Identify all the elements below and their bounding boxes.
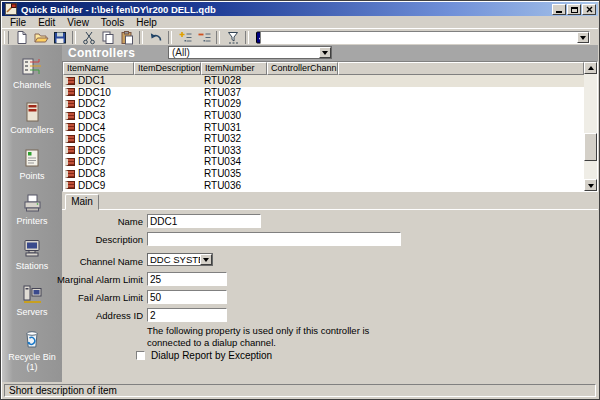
sidebar-item-stations[interactable]: Stations (2, 237, 62, 271)
title-bar[interactable]: Quick Builder - I:\bei fen\DY\r200 DELL.… (2, 2, 598, 16)
toolbar-separator (139, 31, 143, 44)
address-id-field-row: Address ID (147, 308, 227, 322)
column-header-controllerchannel[interactable]: ControllerChann... (267, 62, 338, 75)
row-itemnumber: RTU036 (201, 180, 267, 191)
menu-file[interactable]: File (4, 17, 32, 28)
menu-help[interactable]: Help (130, 17, 163, 28)
table-row[interactable]: DDC5 RTU032 (63, 133, 584, 145)
add-item-button[interactable] (175, 30, 194, 45)
new-button[interactable] (12, 30, 31, 45)
chevron-down-icon (588, 184, 594, 191)
fail-alarm-limit-label: Fail Alarm Limit (78, 292, 143, 303)
sidebar-item-points[interactable]: Points (2, 147, 62, 181)
description-input[interactable] (147, 232, 401, 246)
sidebar-label: Points (4, 171, 60, 181)
sidebar-label: Printers (4, 216, 60, 226)
table-row[interactable]: DDC10 RTU037 (63, 87, 584, 99)
row-itemnumber: RTU028 (201, 75, 267, 86)
row-itemname: DDC4 (78, 122, 105, 133)
undo-button[interactable] (146, 30, 165, 45)
toolbar-combobox-dropdown-button[interactable] (577, 32, 589, 43)
cut-button[interactable] (79, 30, 98, 45)
scroll-up-button[interactable] (584, 62, 597, 74)
sidebar-item-servers[interactable]: Servers (2, 283, 62, 317)
filter-dropdown-button[interactable] (319, 47, 331, 58)
property-form-panel: Main Name Description Channel Name DDC S… (62, 192, 598, 382)
table-row[interactable]: DDC4 RTU031 (63, 121, 584, 133)
printers-icon (20, 192, 44, 214)
controller-icon (65, 123, 75, 131)
channel-name-select[interactable]: DDC SYSTEM (147, 253, 213, 266)
remove-item-button[interactable] (194, 30, 213, 45)
dialup-report-checkbox[interactable] (136, 351, 145, 360)
servers-icon (20, 283, 44, 305)
column-header-itemdescription[interactable]: ItemDescription (134, 62, 201, 75)
toolbar-grip[interactable] (4, 31, 9, 44)
row-itemnumber: RTU030 (201, 110, 267, 121)
marginal-alarm-limit-input[interactable] (147, 272, 227, 286)
stations-icon (20, 237, 44, 259)
table-row[interactable]: DDC2 RTU029 (63, 98, 584, 110)
column-header-filler (338, 62, 584, 75)
name-input[interactable] (147, 214, 261, 228)
undo-icon (148, 30, 164, 45)
maximize-button[interactable] (567, 4, 581, 15)
sidebar-item-channels[interactable]: Channels (2, 56, 62, 90)
column-header-itemname[interactable]: ItemName (63, 62, 134, 75)
row-itemname: DDC6 (78, 145, 105, 156)
fail-alarm-limit-input[interactable] (147, 290, 227, 304)
chevron-down-icon (203, 258, 209, 265)
sidebar-item-printers[interactable]: Printers (2, 192, 62, 226)
description-field-row: Description (147, 232, 401, 246)
menu-view[interactable]: View (61, 17, 95, 28)
row-itemname: DDC3 (78, 110, 105, 121)
chevron-down-icon (322, 51, 328, 58)
add-item-icon (177, 30, 193, 45)
tab-main[interactable]: Main (65, 194, 99, 210)
scroll-down-button[interactable] (584, 179, 597, 191)
table-row[interactable]: DDC8 RTU035 (63, 168, 584, 180)
sidebar-item-recycle-bin[interactable]: Recycle Bin (1) (2, 328, 62, 373)
address-id-label: Address ID (96, 310, 143, 321)
controller-icon (65, 77, 75, 85)
filter-button[interactable] (223, 30, 242, 45)
table-row[interactable]: DDC6 RTU033 (63, 145, 584, 157)
toolbar-combobox[interactable] (260, 31, 590, 44)
row-itemnumber: RTU035 (201, 168, 267, 179)
column-header-itemnumber[interactable]: ItemNumber (201, 62, 267, 75)
filter-icon (225, 30, 241, 45)
filter-combobox[interactable]: (All) (168, 46, 332, 59)
row-itemname: DDC9 (78, 180, 105, 191)
controller-icon (65, 181, 75, 189)
table-row[interactable]: DDC7 RTU034 (63, 156, 584, 168)
menu-edit[interactable]: Edit (32, 17, 61, 28)
sidebar-item-controllers[interactable]: Controllers (2, 101, 62, 135)
table-row[interactable]: DDC3 RTU030 (63, 110, 584, 122)
remove-item-icon (196, 30, 212, 45)
quick-builder-window: Quick Builder - I:\bei fen\DY\r200 DELL.… (0, 0, 600, 400)
row-itemnumber: RTU032 (201, 133, 267, 144)
row-itemnumber: RTU031 (201, 122, 267, 133)
table-scrollbar[interactable] (584, 62, 597, 191)
address-id-input[interactable] (147, 308, 227, 322)
channel-name-dropdown-button[interactable] (200, 254, 212, 265)
app-icon (5, 3, 17, 15)
main-content: Controllers (All) ItemName ItemDescripti… (62, 45, 598, 382)
copy-icon (100, 30, 116, 45)
controller-icon (65, 158, 75, 166)
minimize-button[interactable] (552, 4, 566, 15)
save-icon (52, 30, 68, 45)
content-header: Controllers (All) (62, 45, 598, 61)
marginal-alarm-limit-field-row: Marginal Alarm Limit (147, 272, 227, 286)
table-row[interactable]: DDC9 RTU036 (63, 179, 584, 191)
table-row[interactable]: DDC1 RTU028 (63, 75, 584, 87)
scrollbar-thumb[interactable] (584, 133, 597, 161)
paste-button[interactable] (117, 30, 136, 45)
copy-button[interactable] (98, 30, 117, 45)
row-itemname: DDC10 (78, 87, 111, 98)
open-button[interactable] (31, 30, 50, 45)
save-button[interactable] (50, 30, 69, 45)
row-itemname: DDC7 (78, 156, 105, 167)
menu-tools[interactable]: Tools (95, 17, 130, 28)
close-button[interactable] (582, 4, 596, 15)
